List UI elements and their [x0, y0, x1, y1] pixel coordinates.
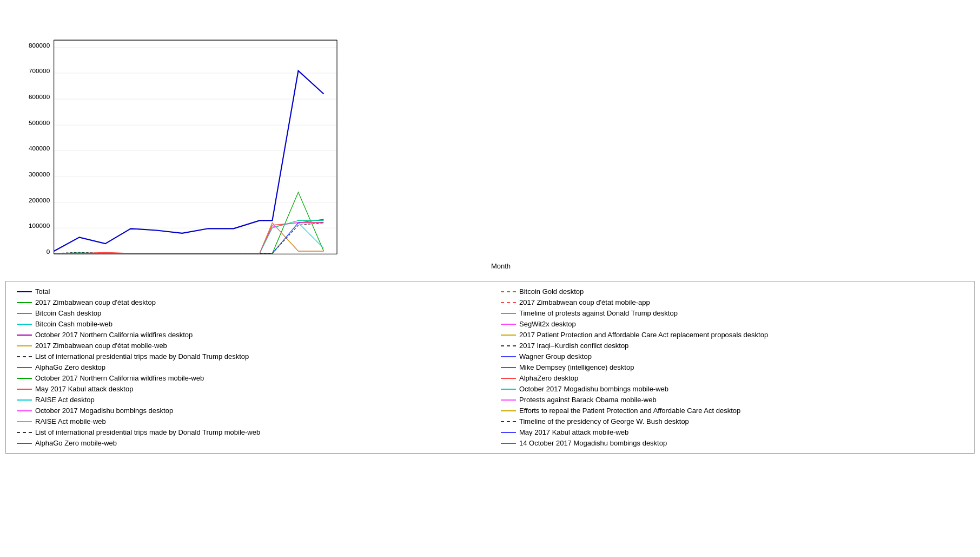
- legend-label-zimbabwe-mobile-app: 2017 Zimbabwean coup d'état mobile-app: [519, 298, 650, 306]
- svg-text:700000: 700000: [29, 67, 50, 74]
- legend-label-zimbabwe-mobile: 2017 Zimbabwean coup d'état mobile-web: [35, 342, 167, 350]
- legend-item-zimbabwe-mobile: 2017 Zimbabwean coup d'état mobile-web: [17, 341, 479, 350]
- legend-item-alphazero: AlphaZero desktop: [501, 373, 963, 383]
- legend-item-mogadishu-mobile: October 2017 Mogadishu bombings mobile-w…: [501, 384, 963, 394]
- legend-label-bitcoin-cash-desktop: Bitcoin Cash desktop: [35, 309, 101, 317]
- legend-color-bitcoin-gold: [501, 291, 516, 292]
- x-axis-label: Month: [22, 262, 980, 270]
- legend-item-kabul-mobile: May 2017 Kabul attack mobile-web: [501, 428, 963, 437]
- svg-text:500000: 500000: [29, 119, 50, 126]
- svg-text:Nov: Nov: [293, 259, 304, 260]
- legend-label-gwbush-presidency: Timeline of the presidency of George W. …: [519, 417, 689, 425]
- legend-label-ca-wildfires-mobile: October 2017 Northern California wildfir…: [35, 374, 204, 382]
- legend-item-ca-wildfires-mobile: October 2017 Northern California wildfir…: [17, 373, 479, 383]
- legend-color-gwbush-presidency: [501, 421, 516, 422]
- legend-color-zimbabwe-mobile-app: [501, 302, 516, 303]
- legend-item-zimbabwe-desktop: 2017 Zimbabwean coup d'état desktop: [17, 298, 479, 307]
- legend-item-raise-act-mobile: RAISE Act mobile-web: [17, 417, 479, 426]
- legend-item-mogadishu-desktop: October 2017 Mogadishu bombings desktop: [17, 406, 479, 415]
- legend-item-total: Total: [17, 287, 479, 296]
- legend-item-alphago-zero-desktop: AlphaGo Zero desktop: [17, 363, 479, 372]
- svg-rect-9: [54, 40, 337, 254]
- legend-color-zimbabwe-desktop: [17, 302, 32, 303]
- legend-item-kabul-desktop: May 2017 Kabul attack desktop: [17, 384, 479, 394]
- legend-item-bitcoin-gold-desktop: Bitcoin Gold desktop: [501, 287, 963, 296]
- svg-text:400000: 400000: [29, 145, 50, 152]
- legend-color-aca-repeal: [501, 410, 516, 411]
- legend-label-alphago-zero-desktop: AlphaGo Zero desktop: [35, 363, 105, 371]
- legend-color-trump-trips-mobile: [17, 432, 32, 433]
- svg-text:800000: 800000: [29, 42, 50, 49]
- legend-item-bitcoin-cash-mobile: Bitcoin Cash mobile-web: [17, 319, 479, 329]
- legend-label-kabul-mobile: May 2017 Kabul attack mobile-web: [519, 428, 628, 436]
- legend-color-alphazero: [501, 378, 516, 379]
- legend-label-aca-repeal: Efforts to repeal the Patient Protection…: [519, 407, 740, 415]
- legend-item-segwit2x: SegWit2x desktop: [501, 319, 963, 329]
- legend-item-raise-act-desktop: RAISE Act desktop: [17, 395, 479, 404]
- legend-color-raise-act-mobile: [17, 421, 32, 422]
- legend-color-bitcoin-cash-mobile: [17, 324, 32, 325]
- legend-item-wagner-group: Wagner Group desktop: [501, 352, 963, 361]
- svg-text:100000: 100000: [29, 222, 50, 229]
- legend-item-obama-protests: Protests against Barack Obama mobile-web: [501, 395, 963, 404]
- svg-text:300000: 300000: [29, 171, 50, 178]
- legend-label-segwit2x: SegWit2x desktop: [519, 320, 576, 328]
- legend-color-kabul-desktop: [17, 389, 32, 390]
- legend-label-total: Total: [35, 287, 50, 296]
- legend-color-segwit2x: [501, 324, 516, 325]
- legend-item-gwbush-presidency: Timeline of the presidency of George W. …: [501, 417, 963, 426]
- legend-color-mogadishu-mobile: [501, 389, 516, 390]
- legend-label-zimbabwe-desktop: 2017 Zimbabwean coup d'état desktop: [35, 298, 156, 306]
- svg-text:Apr: Apr: [126, 259, 136, 260]
- svg-text:Mar: Mar: [100, 259, 111, 260]
- legend-item-trump-trips-desktop: List of international presidential trips…: [17, 352, 479, 361]
- legend-item-aca-replacement: 2017 Patient Protection and Affordable C…: [501, 330, 963, 339]
- legend-color-kabul-mobile: [501, 432, 516, 433]
- legend-color-total: [17, 291, 32, 292]
- svg-text:Oct: Oct: [267, 259, 277, 260]
- legend-item-trump-trips-mobile: List of international presidential trips…: [17, 428, 479, 437]
- legend-label-mogadishu-mobile: October 2017 Mogadishu bombings mobile-w…: [519, 385, 668, 393]
- svg-text:Jun: Jun: [177, 259, 187, 260]
- legend-item-mike-dempsey: Mike Dempsey (intelligence) desktop: [501, 363, 963, 372]
- legend-label-bitcoin-gold: Bitcoin Gold desktop: [519, 287, 584, 296]
- legend-color-obama-protests: [501, 399, 516, 401]
- svg-text:Jan: Jan: [49, 259, 59, 260]
- line-chart: 0 100000 200000 300000 400000 500000 600…: [22, 5, 346, 260]
- legend-color-zimbabwe-mobile: [17, 345, 32, 346]
- svg-text:Sep: Sep: [254, 259, 265, 260]
- legend-label-wagner-group: Wagner Group desktop: [519, 352, 592, 361]
- legend-item-mogadishu-14oct: 14 October 2017 Mogadishu bombings deskt…: [501, 438, 963, 448]
- legend-label-kabul-desktop: May 2017 Kabul attack desktop: [35, 385, 133, 393]
- legend-color-alphago-zero-desktop: [17, 367, 32, 368]
- legend-label-raise-act-desktop: RAISE Act desktop: [35, 396, 95, 404]
- legend-item-zimbabwe-mobile-app: 2017 Zimbabwean coup d'état mobile-app: [501, 298, 963, 307]
- svg-text:600000: 600000: [29, 93, 50, 100]
- legend-item-aca-repeal: Efforts to repeal the Patient Protection…: [501, 406, 963, 415]
- legend-color-trump-protests: [501, 313, 516, 314]
- legend-color-ca-wildfires-mobile: [17, 378, 32, 379]
- legend-color-mogadishu-desktop: [17, 410, 32, 411]
- legend-color-raise-act-desktop: [17, 399, 32, 401]
- legend-color-ca-wildfires-desktop: [17, 335, 32, 336]
- legend-label-ca-wildfires-desktop: October 2017 Northern California wildfir…: [35, 331, 193, 339]
- legend-label-alphazero: AlphaZero desktop: [519, 374, 578, 382]
- legend-label-trump-trips-desktop: List of international presidential trips…: [35, 352, 249, 361]
- svg-text:Jul: Jul: [204, 259, 212, 260]
- legend: Total 2017 Zimbabwean coup d'état deskto…: [5, 281, 975, 454]
- legend-item-bitcoin-cash-desktop: Bitcoin Cash desktop: [17, 309, 479, 318]
- legend-label-trump-trips-mobile: List of international presidential trips…: [35, 428, 260, 436]
- legend-label-mogadishu-desktop: October 2017 Mogadishu bombings desktop: [35, 407, 173, 415]
- legend-item-iraqi-kurdish: 2017 Iraqi–Kurdish conflict desktop: [501, 341, 963, 350]
- legend-item-trump-protests-desktop: Timeline of protests against Donald Trum…: [501, 309, 963, 318]
- svg-text:May: May: [151, 259, 163, 260]
- legend-color-mogadishu-14oct: [501, 443, 516, 444]
- legend-label-trump-protests: Timeline of protests against Donald Trum…: [519, 309, 678, 317]
- legend-label-mogadishu-14oct: 14 October 2017 Mogadishu bombings deskt…: [519, 439, 667, 447]
- legend-label-iraqi-kurdish: 2017 Iraqi–Kurdish conflict desktop: [519, 342, 628, 350]
- legend-label-aca-replacement: 2017 Patient Protection and Affordable C…: [519, 331, 768, 339]
- legend-label-bitcoin-cash-mobile: Bitcoin Cash mobile-web: [35, 320, 112, 328]
- legend-label-alphago-zero-mobile: AlphaGo Zero mobile-web: [35, 439, 117, 447]
- legend-color-trump-trips-desktop: [17, 356, 32, 357]
- svg-text:Dec: Dec: [318, 259, 329, 260]
